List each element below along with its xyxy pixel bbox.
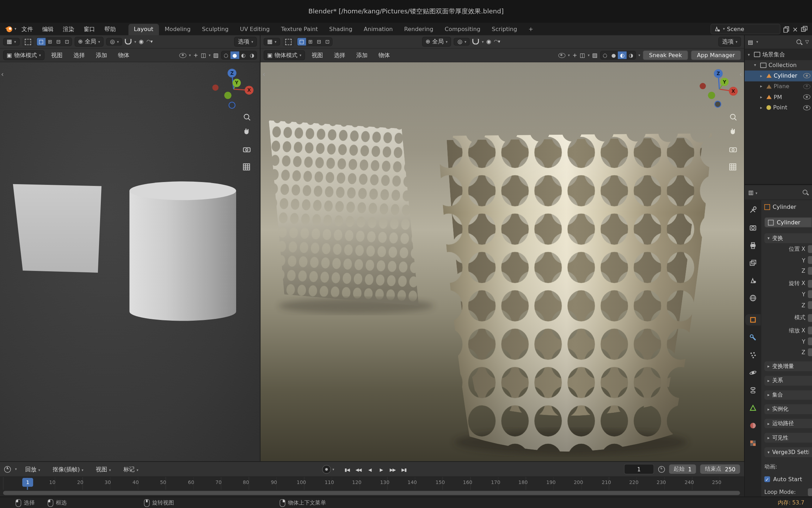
tab-rendering[interactable]: Rendering	[399, 24, 439, 35]
frame-end-field[interactable]: 结束点250	[700, 465, 740, 474]
menu-add[interactable]: 添加	[92, 50, 111, 60]
gizmos-toggle[interactable]: +	[572, 52, 577, 58]
select-mode-intersect[interactable]: ⊡	[63, 38, 71, 46]
panel-transform[interactable]: ▾ 变换	[764, 234, 812, 243]
panel-motion-paths[interactable]: ▸运动路径	[764, 419, 812, 428]
value-dropdown[interactable]	[808, 314, 812, 322]
pivot-point-dropdown[interactable]: ◎▾	[106, 38, 123, 46]
overlays-toggle[interactable]: ◫	[201, 52, 206, 58]
editor-type-button[interactable]: ▦▾	[3, 38, 20, 46]
gizmo-negative-y[interactable]	[708, 92, 715, 99]
new-scene-button[interactable]	[783, 26, 790, 32]
value-slider[interactable]	[808, 256, 812, 264]
snap-dropdown[interactable]: ▾	[482, 40, 484, 44]
menu-view[interactable]: 视图 ▾	[92, 464, 115, 474]
sidebar-expand-arrow[interactable]: ‹	[739, 71, 742, 78]
field-scale-y[interactable]: Y	[764, 337, 812, 346]
menu-object[interactable]: 物体	[114, 50, 134, 60]
transform-orientation-dropdown[interactable]: ⊕全局▾	[74, 37, 104, 47]
menu-select[interactable]: 选择	[330, 50, 350, 60]
horizontal-scrollbar[interactable]	[3, 491, 740, 495]
viewport-canvas-left[interactable]: X Y Z	[0, 62, 260, 461]
panel-collections[interactable]: ▸集合	[764, 390, 812, 400]
panel-visibility[interactable]: ▸可见性	[764, 433, 812, 443]
play-reverse-button[interactable]: ◀	[365, 465, 375, 474]
checkbox-checked[interactable]: ✓	[764, 477, 770, 482]
field-rotation-z[interactable]: Z	[764, 301, 812, 310]
menu-select[interactable]: 选择	[69, 50, 89, 60]
menu-view[interactable]: 视图	[308, 50, 327, 60]
shading-dropdown[interactable]: ▾	[638, 53, 640, 58]
field-rotation-y[interactable]: Y	[764, 290, 812, 299]
field-rotation-mode[interactable]: 模式	[764, 313, 812, 322]
value-slider[interactable]	[808, 280, 812, 288]
value-slider[interactable]	[808, 301, 812, 309]
tab-sculpting[interactable]: Sculpting	[196, 24, 234, 35]
tab-compositing[interactable]: Compositing	[439, 24, 486, 35]
active-tool-box-select[interactable]	[22, 37, 33, 46]
snap-toggle[interactable]	[473, 39, 479, 44]
view-layer-icon[interactable]	[801, 25, 808, 33]
disclosure-arrow[interactable]: ▸	[760, 105, 764, 110]
field-location-y[interactable]: Y	[764, 255, 812, 265]
menu-edit[interactable]: 编辑	[38, 24, 58, 34]
visibility-dropdown[interactable]	[558, 53, 566, 58]
tool-options-dropdown[interactable]: 选项▾	[234, 37, 257, 47]
proportional-editing-toggle[interactable]: ◉	[139, 39, 144, 44]
gizmo-negative-z[interactable]	[229, 102, 235, 108]
filter-icon[interactable]: ▽	[805, 40, 809, 44]
value-slider[interactable]	[808, 246, 812, 253]
perforated-plane-object[interactable]	[269, 120, 419, 306]
shading-rendered[interactable]: ◑	[248, 51, 257, 59]
select-mode-set[interactable]: □	[37, 38, 46, 46]
object-name-field[interactable]: Cylinder	[764, 217, 812, 228]
select-mode-intersect[interactable]: ⊡	[323, 38, 332, 46]
tab-particles[interactable]	[745, 349, 761, 361]
mode-dropdown[interactable]: ▣物体模式▾	[264, 50, 305, 60]
outliner-item-pm[interactable]: ▸ PM	[745, 92, 812, 102]
snap-dropdown[interactable]: ▾	[134, 40, 136, 44]
auto-start-row[interactable]: ✓ Auto Start	[764, 475, 812, 484]
timeline-editor-icon[interactable]	[4, 466, 11, 472]
perforated-cylinder-object[interactable]	[438, 133, 712, 452]
tab-layout[interactable]: Layout	[128, 24, 159, 35]
visibility-dropdown[interactable]	[179, 53, 186, 58]
scene-selector[interactable]: ▾ Scene	[710, 24, 780, 34]
tab-scripting[interactable]: Scripting	[486, 24, 523, 35]
gizmo-negative-z[interactable]	[715, 101, 721, 108]
current-frame-indicator[interactable]: 1	[22, 478, 33, 487]
outliner-editor-icon[interactable]: ▤	[748, 39, 753, 45]
menu-view[interactable]: 视图	[47, 50, 67, 60]
value-dropdown[interactable]	[808, 488, 812, 496]
disclosure-arrow[interactable]: ▸	[760, 95, 764, 99]
shading-material[interactable]: ◐	[618, 51, 627, 59]
pivot-point-dropdown[interactable]: ◎▾	[454, 38, 470, 46]
transform-orientation-dropdown[interactable]: ⊕全局▾	[422, 37, 451, 47]
value-slider[interactable]	[808, 348, 812, 356]
tab-uv-editing[interactable]: UV Editing	[234, 24, 276, 35]
plane-object[interactable]	[13, 184, 102, 273]
shading-solid[interactable]: ●	[609, 51, 618, 59]
cylinder-object[interactable]	[129, 181, 236, 321]
loop-mode-row[interactable]: Loop Mode:	[764, 488, 812, 497]
tab-world[interactable]	[745, 292, 761, 304]
gizmos-toggle[interactable]: +	[193, 52, 198, 58]
panel-instancing[interactable]: ▸实例化	[764, 404, 812, 414]
properties-editor-icon[interactable]: ▥	[748, 189, 753, 196]
select-mode-subtract[interactable]: ⊟	[315, 38, 323, 46]
field-rotation-x[interactable]: 旋转 X	[764, 279, 812, 288]
shading-material[interactable]: ◐	[239, 51, 248, 59]
gizmo-negative-x[interactable]	[212, 85, 219, 91]
hide-toggle-eye-icon[interactable]	[803, 95, 811, 100]
unlink-scene-button[interactable]: ×	[792, 25, 798, 33]
tab-modeling[interactable]: Modeling	[159, 24, 196, 35]
outliner-item-point[interactable]: ▸ Point	[745, 102, 812, 113]
disclosure-arrow[interactable]: ▸	[760, 84, 764, 89]
toolbar-expand-arrow[interactable]: ‹	[263, 71, 265, 78]
editor-type-button[interactable]: ▦▾	[264, 38, 280, 46]
breadcrumb-object-name[interactable]: Cylinder	[773, 204, 796, 210]
current-frame-field[interactable]: 1	[624, 464, 654, 474]
add-workspace-button[interactable]: +	[523, 24, 539, 35]
menu-help[interactable]: 帮助	[100, 24, 120, 34]
value-slider[interactable]	[808, 267, 812, 275]
